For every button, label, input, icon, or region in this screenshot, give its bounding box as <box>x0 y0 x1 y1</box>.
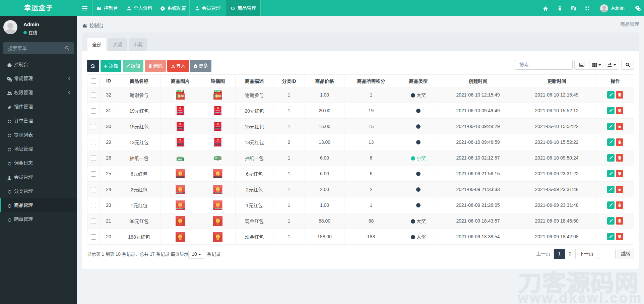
svg-text:谢谢参与: 谢谢参与 <box>214 90 220 92</box>
svg-text:谢谢参与: 谢谢参与 <box>176 90 183 92</box>
